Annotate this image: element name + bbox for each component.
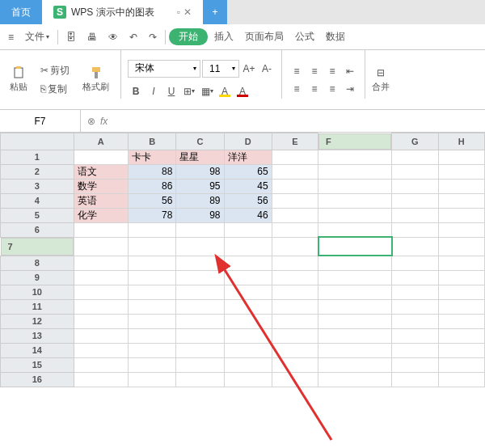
cell[interactable]: [272, 343, 318, 357]
col-header[interactable]: B: [129, 133, 176, 150]
redo-icon[interactable]: ↷: [144, 30, 162, 44]
cell[interactable]: [438, 299, 484, 314]
preview-icon[interactable]: 👁: [103, 30, 123, 44]
cell[interactable]: [129, 314, 176, 328]
cell[interactable]: [74, 150, 129, 164]
cell[interactable]: 56: [224, 193, 272, 208]
cell[interactable]: [272, 372, 318, 387]
cell[interactable]: [74, 314, 129, 328]
align-right-icon[interactable]: ≡: [324, 81, 340, 97]
cell[interactable]: [224, 372, 272, 387]
cell[interactable]: 56: [129, 193, 176, 208]
cell[interactable]: [129, 343, 176, 357]
cell[interactable]: [318, 314, 392, 328]
cell[interactable]: [74, 285, 129, 299]
cell[interactable]: [438, 314, 484, 328]
bold-button[interactable]: B: [128, 83, 144, 99]
format-painter-icon[interactable]: [90, 66, 103, 79]
close-tab-icon[interactable]: ✕: [183, 6, 192, 18]
cell[interactable]: [224, 285, 272, 299]
cell-style-button[interactable]: ▦▾: [199, 83, 215, 99]
cell[interactable]: [272, 179, 318, 193]
cell[interactable]: [129, 237, 176, 256]
cell[interactable]: 46: [224, 208, 272, 222]
cell[interactable]: [318, 208, 392, 222]
cell[interactable]: [74, 222, 129, 237]
cell[interactable]: [392, 179, 438, 193]
cell[interactable]: [392, 285, 438, 299]
cell[interactable]: [392, 299, 438, 314]
copy-button[interactable]: ⎘复制: [36, 81, 74, 98]
cell[interactable]: [392, 270, 438, 285]
cell[interactable]: [318, 270, 392, 285]
cell[interactable]: [272, 164, 318, 179]
cell[interactable]: [392, 256, 438, 270]
row-header[interactable]: 12: [1, 314, 74, 328]
cell[interactable]: [318, 222, 392, 237]
cell[interactable]: [438, 164, 484, 179]
cell[interactable]: [318, 357, 392, 372]
cell[interactable]: [318, 343, 392, 357]
cell[interactable]: [392, 164, 438, 179]
row-header[interactable]: 1: [1, 150, 74, 164]
row-header[interactable]: 4: [1, 193, 74, 208]
cell[interactable]: [272, 299, 318, 314]
cell[interactable]: [272, 150, 318, 164]
italic-button[interactable]: I: [146, 83, 162, 99]
cell[interactable]: [129, 222, 176, 237]
cell[interactable]: [272, 237, 318, 256]
col-header[interactable]: C: [176, 133, 224, 150]
row-header[interactable]: 6: [1, 222, 74, 237]
cell[interactable]: [438, 285, 484, 299]
cell[interactable]: [74, 299, 129, 314]
row-header[interactable]: 14: [1, 343, 74, 357]
border-button[interactable]: ⊞▾: [181, 83, 197, 99]
cell[interactable]: [318, 372, 392, 387]
file-menu[interactable]: 文件▾: [20, 28, 54, 45]
increase-font-icon[interactable]: A+: [241, 61, 257, 77]
cell[interactable]: [272, 256, 318, 270]
cell[interactable]: [272, 285, 318, 299]
align-left-icon[interactable]: ≡: [289, 81, 305, 97]
cell[interactable]: [438, 179, 484, 193]
cell[interactable]: [224, 299, 272, 314]
cell[interactable]: [438, 222, 484, 237]
cell[interactable]: [176, 314, 224, 328]
cell[interactable]: [392, 328, 438, 343]
cell[interactable]: [318, 179, 392, 193]
merge-icon[interactable]: ⊟: [374, 66, 387, 79]
layout-tab[interactable]: 页面布局: [240, 28, 289, 45]
cell[interactable]: [129, 357, 176, 372]
row-header[interactable]: 10: [1, 285, 74, 299]
cell[interactable]: [318, 164, 392, 179]
cell[interactable]: 98: [176, 164, 224, 179]
fx-cancel-icon[interactable]: ⊗: [87, 116, 95, 127]
font-color-button[interactable]: A: [234, 83, 251, 99]
print-icon[interactable]: 🖶: [82, 30, 102, 44]
col-header[interactable]: H: [438, 133, 484, 150]
cell[interactable]: [438, 270, 484, 285]
align-middle-icon[interactable]: ≡: [306, 63, 323, 79]
align-top-icon[interactable]: ≡: [289, 63, 305, 79]
cell[interactable]: [272, 357, 318, 372]
cell[interactable]: [224, 256, 272, 270]
cell[interactable]: [392, 193, 438, 208]
cell[interactable]: 95: [176, 179, 224, 193]
font-name-select[interactable]: 宋体▾: [128, 60, 200, 78]
cell[interactable]: 98: [176, 208, 224, 222]
cell[interactable]: 语文: [74, 164, 129, 179]
cell[interactable]: 88: [129, 164, 176, 179]
cell[interactable]: [129, 372, 176, 387]
cell[interactable]: [272, 208, 318, 222]
cell[interactable]: 45: [224, 179, 272, 193]
cell[interactable]: [129, 256, 176, 270]
cell[interactable]: [129, 299, 176, 314]
start-tab[interactable]: 开始: [169, 28, 208, 45]
new-tab-button[interactable]: +: [203, 0, 227, 24]
row-header[interactable]: 11: [1, 299, 74, 314]
row-header[interactable]: 2: [1, 164, 74, 179]
cell[interactable]: 卡卡: [129, 150, 176, 164]
restore-icon[interactable]: ▫: [177, 6, 180, 18]
cell[interactable]: [318, 299, 392, 314]
fill-color-button[interactable]: A: [217, 83, 233, 99]
